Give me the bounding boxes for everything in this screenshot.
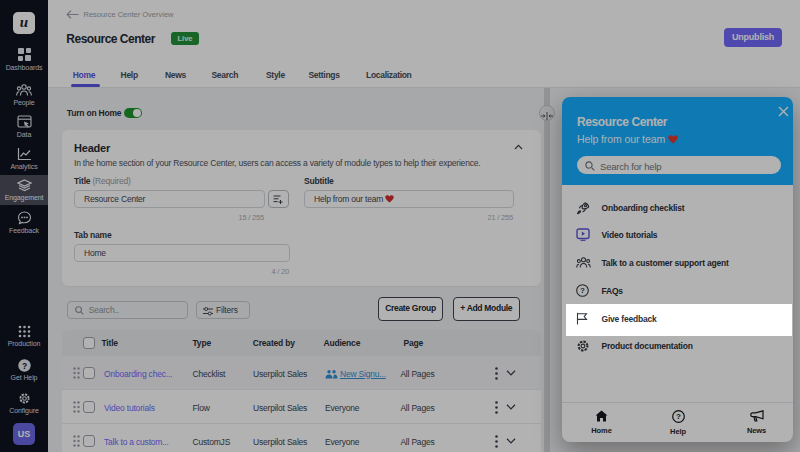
svg-text:?: ? xyxy=(580,286,585,295)
svg-text:?: ? xyxy=(21,361,26,371)
svg-text:?: ? xyxy=(676,412,681,421)
